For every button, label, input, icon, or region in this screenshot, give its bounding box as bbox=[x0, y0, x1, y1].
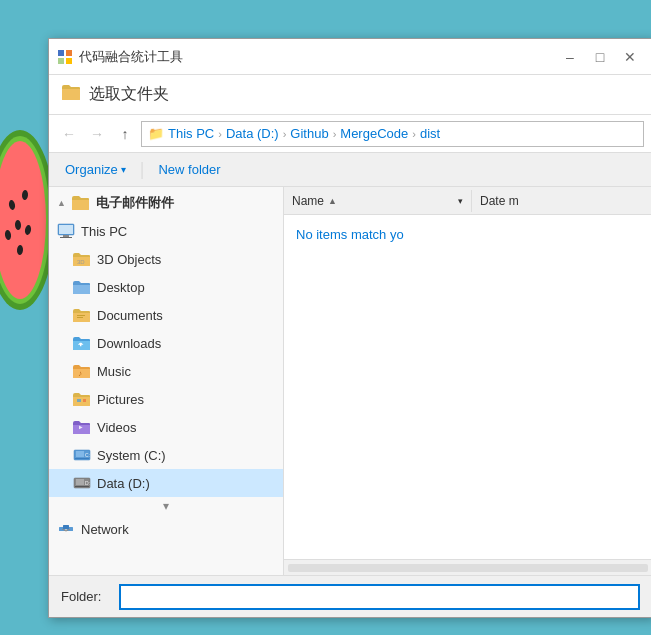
window-title: 代码融合统计工具 bbox=[79, 48, 183, 66]
breadcrumb-folder-icon: 📁 bbox=[148, 126, 164, 141]
breadcrumb-dist[interactable]: dist bbox=[420, 126, 440, 141]
column-name-header[interactable]: Name ▲ ▾ bbox=[284, 190, 472, 212]
network-icon bbox=[57, 520, 75, 538]
svg-rect-15 bbox=[63, 235, 69, 237]
svg-rect-9 bbox=[58, 50, 64, 56]
breadcrumb-bar[interactable]: 📁 This PC › Data (D:) › Github › MergeCo… bbox=[141, 121, 644, 147]
horizontal-scrollbar[interactable] bbox=[284, 559, 651, 575]
toolbar: Organize ▾ | New folder bbox=[49, 153, 651, 187]
expand-icon: ▲ bbox=[57, 198, 66, 208]
email-attachments-label: 电子邮件附件 bbox=[96, 194, 174, 212]
svg-rect-14 bbox=[59, 225, 73, 234]
svg-rect-10 bbox=[66, 50, 72, 56]
svg-text:D:: D: bbox=[85, 480, 90, 486]
up-button[interactable]: ↑ bbox=[113, 122, 137, 146]
dialog-header: 选取文件夹 bbox=[49, 75, 651, 115]
svg-rect-31 bbox=[76, 479, 84, 485]
drive-c-icon: C: bbox=[73, 446, 91, 464]
column-date-header[interactable]: Date m bbox=[472, 190, 651, 212]
sidebar-item-email-attachments[interactable]: ▲ 电子邮件附件 bbox=[49, 189, 283, 217]
folder-label: Folder: bbox=[61, 589, 111, 604]
new-folder-label: New folder bbox=[158, 162, 220, 177]
no-items-message: No items match yo bbox=[288, 219, 412, 250]
maximize-button[interactable]: □ bbox=[586, 46, 614, 68]
sidebar-item-system-c[interactable]: C: System (C:) bbox=[49, 441, 283, 469]
breadcrumb-mergecode[interactable]: MergeCode bbox=[340, 126, 408, 141]
sep2: › bbox=[283, 128, 287, 140]
organize-dropdown-icon: ▾ bbox=[121, 164, 126, 175]
folder-videos-icon bbox=[73, 418, 91, 436]
title-left: 代码融合统计工具 bbox=[57, 48, 183, 66]
data-d-label: Data (D:) bbox=[97, 476, 150, 491]
drive-d-icon: D: bbox=[73, 474, 91, 492]
documents-label: Documents bbox=[97, 308, 163, 323]
organize-button[interactable]: Organize ▾ bbox=[57, 159, 134, 180]
sidebar-section: ▲ 电子邮件附件 bbox=[49, 187, 283, 545]
svg-rect-18 bbox=[77, 315, 85, 316]
svg-text:3D: 3D bbox=[77, 259, 85, 265]
svg-text:C:: C: bbox=[85, 452, 90, 458]
folder-3d-icon: 3D bbox=[73, 250, 91, 268]
breadcrumb-github[interactable]: Github bbox=[290, 126, 328, 141]
breadcrumb-this-pc[interactable]: This PC bbox=[168, 126, 214, 141]
system-c-label: System (C:) bbox=[97, 448, 166, 463]
title-bar: 代码融合统计工具 – □ ✕ bbox=[49, 39, 651, 75]
pictures-label: Pictures bbox=[97, 392, 144, 407]
folder-documents-icon bbox=[73, 306, 91, 324]
folder-downloads-icon bbox=[73, 334, 91, 352]
videos-label: Videos bbox=[97, 420, 137, 435]
svg-rect-23 bbox=[83, 399, 86, 402]
computer-icon bbox=[57, 222, 75, 240]
svg-text:♪: ♪ bbox=[78, 369, 82, 378]
sidebar-item-downloads[interactable]: Downloads bbox=[49, 329, 283, 357]
forward-button[interactable]: → bbox=[85, 122, 109, 146]
new-folder-button[interactable]: New folder bbox=[150, 159, 228, 180]
sidebar-item-videos[interactable]: Videos bbox=[49, 413, 283, 441]
svg-rect-12 bbox=[66, 58, 72, 64]
network-label: Network bbox=[81, 522, 129, 537]
name-col-label: Name bbox=[292, 194, 324, 208]
svg-rect-22 bbox=[77, 399, 81, 402]
desktop-label: Desktop bbox=[97, 280, 145, 295]
sep4: › bbox=[412, 128, 416, 140]
dialog-title: 选取文件夹 bbox=[89, 84, 169, 105]
content-area: ▲ 电子邮件附件 bbox=[49, 187, 651, 575]
this-pc-label: This PC bbox=[81, 224, 127, 239]
folder-email-icon bbox=[72, 194, 90, 212]
watermelon-decoration bbox=[0, 120, 50, 320]
folder-music-icon: ♪ bbox=[73, 362, 91, 380]
folder-pictures-icon bbox=[73, 390, 91, 408]
sidebar-item-desktop[interactable]: Desktop bbox=[49, 273, 283, 301]
svg-rect-11 bbox=[58, 58, 64, 64]
folder-header-icon bbox=[61, 83, 81, 106]
sidebar-item-documents[interactable]: Documents bbox=[49, 301, 283, 329]
downloads-label: Downloads bbox=[97, 336, 161, 351]
folder-desktop-icon bbox=[73, 278, 91, 296]
sidebar: ▲ 电子邮件附件 bbox=[49, 187, 284, 575]
folder-input[interactable] bbox=[119, 584, 640, 610]
svg-rect-26 bbox=[75, 458, 89, 459]
3d-objects-label: 3D Objects bbox=[97, 252, 161, 267]
svg-rect-35 bbox=[63, 525, 69, 529]
sep1: › bbox=[218, 128, 222, 140]
sidebar-item-this-pc[interactable]: This PC bbox=[49, 217, 283, 245]
date-col-label: Date m bbox=[480, 194, 519, 208]
sidebar-item-data-d[interactable]: D: Data (D:) bbox=[49, 469, 283, 497]
sidebar-item-music[interactable]: ♪ Music bbox=[49, 357, 283, 385]
back-button[interactable]: ← bbox=[57, 122, 81, 146]
minimize-button[interactable]: – bbox=[556, 46, 584, 68]
title-controls: – □ ✕ bbox=[556, 46, 644, 68]
sidebar-item-network[interactable]: Network bbox=[49, 515, 283, 543]
sort-up-icon: ▲ bbox=[328, 196, 337, 206]
sidebar-item-pictures[interactable]: Pictures bbox=[49, 385, 283, 413]
organize-label: Organize bbox=[65, 162, 118, 177]
dialog-window: 代码融合统计工具 – □ ✕ 选取文件夹 ← → ↑ 📁 This PC › D… bbox=[48, 38, 651, 618]
svg-rect-27 bbox=[76, 451, 84, 457]
svg-rect-16 bbox=[60, 237, 72, 238]
address-bar: ← → ↑ 📁 This PC › Data (D:) › Github › M… bbox=[49, 115, 651, 153]
folder-bar: Folder: bbox=[49, 575, 651, 617]
sidebar-item-3d-objects[interactable]: 3D 3D Objects bbox=[49, 245, 283, 273]
breadcrumb-data-d[interactable]: Data (D:) bbox=[226, 126, 279, 141]
close-button[interactable]: ✕ bbox=[616, 46, 644, 68]
file-list[interactable]: No items match yo bbox=[284, 215, 651, 559]
